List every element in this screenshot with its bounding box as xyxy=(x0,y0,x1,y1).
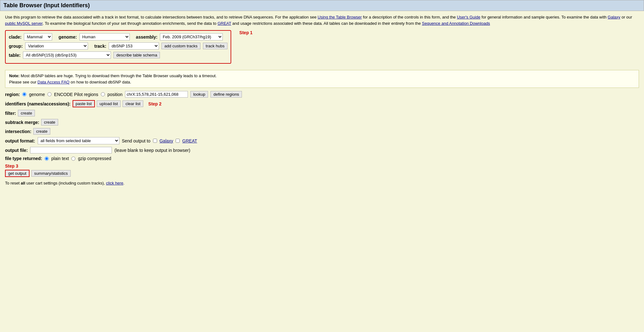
seq-downloads-link[interactable]: Sequence and Annotation Downloads xyxy=(422,21,490,26)
galaxy-intro-link[interactable]: Galaxy xyxy=(608,15,620,19)
region-label: region: xyxy=(5,92,20,97)
output-format-select[interactable]: all fields from selected table BED - bro… xyxy=(38,137,119,144)
intersection-row: intersection: create xyxy=(5,128,639,135)
identifiers-label: identifiers (names/accessions): xyxy=(5,101,71,106)
summary-statistics-button[interactable]: summary/statistics xyxy=(31,170,71,177)
track-hubs-button[interactable]: track hubs xyxy=(203,43,227,49)
galaxy-output-link[interactable]: Galaxy xyxy=(160,138,173,143)
genome-radio-label: genome xyxy=(29,92,45,97)
data-access-faq-link[interactable]: Data Access FAQ xyxy=(37,80,69,84)
position-input[interactable]: chrX:15,578,261-15,621,068 xyxy=(125,91,188,98)
genome-label: genome: xyxy=(58,35,77,40)
intersection-label: intersection: xyxy=(5,129,31,134)
using-table-browser-link[interactable]: Using the Table Browser xyxy=(318,15,362,19)
great-checkbox[interactable] xyxy=(176,139,180,143)
group-select[interactable]: Variation Genes Regulation xyxy=(25,42,88,50)
subtrack-merge-row: subtrack merge: create xyxy=(5,119,639,126)
gzip-radio[interactable] xyxy=(71,157,75,161)
note-box: Note: Most dbSNP tables are huge. Trying… xyxy=(5,70,639,88)
table-label: table: xyxy=(9,53,20,58)
clear-list-button[interactable]: clear list xyxy=(123,100,143,107)
step1-label: Step 1 xyxy=(239,30,253,35)
great-output-link[interactable]: GREAT xyxy=(182,138,197,143)
intersection-create-button[interactable]: create xyxy=(33,128,50,135)
file-type-row: file type returned: plain text gzip comp… xyxy=(5,156,639,161)
filter-row: filter: create xyxy=(5,110,639,116)
genome-radio[interactable] xyxy=(22,92,26,96)
page-title: Table Browser (Input Identifiers) xyxy=(0,0,644,11)
output-file-input[interactable] xyxy=(30,147,112,153)
output-format-label: output format: xyxy=(5,138,35,143)
output-format-row: output format: all fields from selected … xyxy=(5,137,639,144)
step1-box: clade: Mammal Vertebrate Insect genome: … xyxy=(5,30,231,64)
output-file-row: output file: (leave blank to keep output… xyxy=(5,147,639,153)
users-guide-link[interactable]: User's Guide xyxy=(457,15,480,19)
filter-label: filter: xyxy=(5,111,16,116)
note-text2: Please see our xyxy=(9,80,36,84)
subtrack-create-button[interactable]: create xyxy=(41,119,58,126)
assembly-label: assembly: xyxy=(136,35,157,40)
paste-list-button[interactable]: paste list xyxy=(73,100,95,107)
genome-select[interactable]: Human Mouse xyxy=(79,33,130,40)
table-select[interactable]: All dbSNP(153) (dbSnp153) Common dbSNP(1… xyxy=(23,51,111,59)
clade-select[interactable]: Mammal Vertebrate Insect xyxy=(24,33,52,40)
click-here-link[interactable]: click here xyxy=(106,181,123,185)
lookup-button[interactable]: lookup xyxy=(190,91,208,98)
position-radio[interactable] xyxy=(101,92,105,96)
track-label: track: xyxy=(94,44,106,49)
track-select[interactable]: dbSNP 153 dbSNP 151 xyxy=(109,42,159,50)
group-label: group: xyxy=(9,44,23,49)
define-regions-button[interactable]: define regions xyxy=(210,91,242,98)
galaxy-checkbox[interactable] xyxy=(153,139,157,143)
mysql-link[interactable]: public MySQL server xyxy=(5,21,42,26)
get-output-button[interactable]: get output xyxy=(5,170,30,177)
note-text3: on how to download dbSNP data. xyxy=(71,80,131,84)
great-intro-link[interactable]: GREAT xyxy=(217,21,231,26)
step3-label: Step 3 xyxy=(5,163,639,169)
describe-table-schema-button[interactable]: describe table schema xyxy=(113,52,160,58)
gzip-label: gzip compressed xyxy=(78,156,111,161)
file-type-label: file type returned: xyxy=(5,156,42,161)
plain-text-radio[interactable] xyxy=(45,157,49,161)
step2-label: Step 2 xyxy=(148,101,161,106)
step3-container: Step 3 get output summary/statistics xyxy=(5,163,639,177)
identifiers-row: identifiers (names/accessions): paste li… xyxy=(5,100,639,107)
note-text: Most dbSNP tables are huge. Trying to do… xyxy=(21,73,217,78)
upload-list-button[interactable]: upload list xyxy=(97,100,121,107)
intro-text: Use this program to retrieve the data as… xyxy=(5,14,639,26)
position-radio-label: position xyxy=(107,92,123,97)
assembly-select[interactable]: Feb. 2009 (GRCh37/hg19) Dec. 2013 (GRCh3… xyxy=(160,33,223,40)
subtrack-merge-label: subtrack merge: xyxy=(5,120,39,125)
encode-radio[interactable] xyxy=(47,92,52,96)
region-row: region: genome ENCODE Pilot regions posi… xyxy=(5,91,639,98)
reset-text: To reset all user cart settings (includi… xyxy=(5,181,639,185)
filter-create-button[interactable]: create xyxy=(18,110,35,116)
send-output-label: Send output to xyxy=(122,138,150,143)
plain-text-label: plain text xyxy=(51,156,69,161)
output-file-label: output file: xyxy=(5,148,28,153)
output-file-hint: (leave blank to keep output in browser) xyxy=(114,148,190,153)
all-text: all xyxy=(21,181,25,185)
encode-radio-label: ENCODE Pilot regions xyxy=(54,92,98,97)
add-custom-tracks-button[interactable]: add custom tracks xyxy=(161,43,200,49)
note-label: Note: xyxy=(9,73,19,78)
clade-label: clade: xyxy=(9,35,21,40)
